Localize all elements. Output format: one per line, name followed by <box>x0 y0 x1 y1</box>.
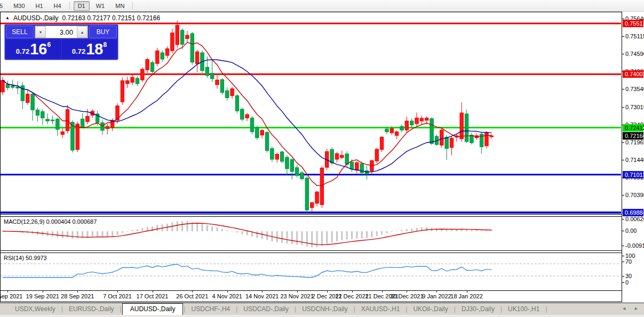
chart-tab-audusd-daily[interactable]: AUDUSD-,Daily <box>122 303 184 315</box>
candle-body <box>390 129 393 133</box>
chart-tab-bar: USDX,Weekly|EURUSD-,Daily|AUDUSD-,Daily|… <box>0 303 644 315</box>
macd-histogram-bar <box>406 229 408 231</box>
macd-histogram-bar <box>236 231 238 233</box>
volume-spinner: ▼ 3.00 ▲ <box>35 26 88 38</box>
candle-body <box>275 155 279 159</box>
macd-histogram-bar <box>411 229 412 231</box>
macd-histogram-bar <box>336 231 338 241</box>
macd-histogram-bar <box>346 231 348 239</box>
timeframe-button-d1[interactable]: D1 <box>74 1 90 11</box>
macd-histogram-bar <box>366 231 368 238</box>
tab-scroll-right-icon[interactable]: ► <box>634 306 639 311</box>
candle-body <box>211 73 214 78</box>
volume-increase-icon[interactable]: ▲ <box>77 26 88 38</box>
chart-tab-eurusd-daily[interactable]: EURUSD-,Daily <box>63 304 120 315</box>
candle-body <box>6 84 9 87</box>
macd-histogram-bar <box>451 230 452 231</box>
candle-body <box>216 80 219 85</box>
chart-tab-uk100-h1[interactable]: UK100-,H1 <box>503 304 545 315</box>
chart-tab-xauusd-h1[interactable]: XAUUSD-,H1 <box>356 304 406 315</box>
price-scale[interactable]: 0.756400.751150.745900.740650.735400.730… <box>622 12 644 302</box>
sell-button[interactable]: SELL <box>6 26 34 38</box>
candle-body <box>340 155 344 157</box>
candle-body <box>271 149 274 159</box>
timeframe-button-5[interactable]: 5 <box>0 1 7 11</box>
candle-body <box>46 119 49 121</box>
candle-body <box>395 132 398 135</box>
chart-ohlc-values: 0.72163 0.72177 0.72151 0.72166 <box>62 14 161 22</box>
macd-histogram-bar <box>117 231 118 235</box>
candle-body <box>190 34 194 62</box>
price-level-badge: 0.72412 <box>623 124 643 132</box>
macd-histogram-bar <box>196 223 198 231</box>
candle-body <box>66 110 69 131</box>
toolbar-separator <box>69 2 70 10</box>
candle-body <box>405 121 408 130</box>
candle-body <box>205 67 209 76</box>
chart-tab-usdx-weekly[interactable]: USDX,Weekly <box>10 304 61 315</box>
candle-body <box>375 149 378 161</box>
candle-body <box>36 110 39 115</box>
date-label: 26 Oct 2021 <box>176 293 208 299</box>
macd-histogram-bar <box>291 231 293 244</box>
macd-histogram-bar <box>247 231 248 235</box>
sell-price[interactable]: 0.72 16 6 <box>6 39 61 59</box>
timeframe-button-h4[interactable]: H4 <box>50 1 66 11</box>
panel-splitter[interactable] <box>1 250 622 253</box>
candle-body <box>51 120 54 121</box>
chart-tab-usdchf-h4[interactable]: USDCHF-,H4 <box>186 304 236 315</box>
macd-histogram-bar <box>132 230 133 231</box>
candle-body <box>131 77 134 82</box>
candle-body <box>41 111 44 118</box>
macd-histogram-bar <box>67 231 68 237</box>
volume-input[interactable]: 3.00 <box>46 26 77 38</box>
date-label: 30 Dec 2021 <box>390 293 423 299</box>
candle-body <box>440 130 443 145</box>
price-grid-label: 0.73015 <box>625 104 644 110</box>
macd-histogram-bar <box>311 231 313 247</box>
chart-tab-usdcnh-daily[interactable]: USDCNH-,Daily <box>297 304 353 315</box>
candle-body <box>365 170 368 174</box>
tab-scroll-left-icon[interactable]: ◄ <box>622 306 626 311</box>
chart-title: ▲ AUDUSD-,Daily 0.72163 0.72177 0.72151 … <box>5 14 160 22</box>
rsi-canvas[interactable] <box>1 253 621 290</box>
candle-body <box>305 178 308 210</box>
chart-tab-dj30-daily[interactable]: DJ30-,Daily <box>456 304 500 315</box>
chart-tab-usdcad-daily[interactable]: USDCAD-,Daily <box>238 304 294 315</box>
timeframe-button-h1[interactable]: H1 <box>31 1 47 11</box>
buy-button[interactable]: BUY <box>89 26 117 38</box>
candle-body <box>1 80 4 92</box>
candle-body <box>280 152 283 161</box>
rsi-bottom-border <box>1 290 622 291</box>
macd-histogram-bar <box>326 231 328 244</box>
candle-body <box>400 126 403 130</box>
candle-body <box>31 94 34 110</box>
candle-body <box>490 136 493 137</box>
chart-tab-ukoil-daily[interactable]: UKOil-,Daily <box>408 304 453 315</box>
date-axis[interactable]: 9 Sep 202119 Sep 202128 Sep 20217 Oct 20… <box>1 291 622 302</box>
price-grid-label: 0.75115 <box>625 33 644 39</box>
candle-body <box>101 123 104 131</box>
candle-body <box>410 121 414 125</box>
macd-histogram-bar <box>112 231 113 236</box>
collapse-arrow-icon[interactable]: ▲ <box>5 15 10 20</box>
volume-decrease-icon[interactable]: ▼ <box>35 26 46 38</box>
timeframe-toolbar: 5M30H1H4D1W1MN <box>0 0 644 12</box>
macd-axis-label: 0.006201 <box>625 216 644 222</box>
panel-splitter[interactable] <box>1 214 622 217</box>
candle-body <box>235 96 238 111</box>
macd-histogram-bar <box>376 231 378 236</box>
macd-histogram-bar <box>186 221 188 231</box>
macd-histogram-bar <box>256 231 258 238</box>
candle-body <box>350 162 353 169</box>
candle-body <box>226 91 229 97</box>
macd-histogram-bar <box>356 231 357 238</box>
candle-body <box>165 48 169 55</box>
timeframe-button-m30[interactable]: M30 <box>9 1 29 11</box>
macd-histogram-bar <box>361 231 363 238</box>
buy-price[interactable]: 0.72 18 8 <box>62 39 117 59</box>
timeframe-button-mn[interactable]: MN <box>111 1 129 11</box>
macd-histogram-bar <box>171 222 173 231</box>
timeframe-button-w1[interactable]: W1 <box>92 1 109 11</box>
tab-scroll-arrows: ◄ ► <box>622 306 639 311</box>
